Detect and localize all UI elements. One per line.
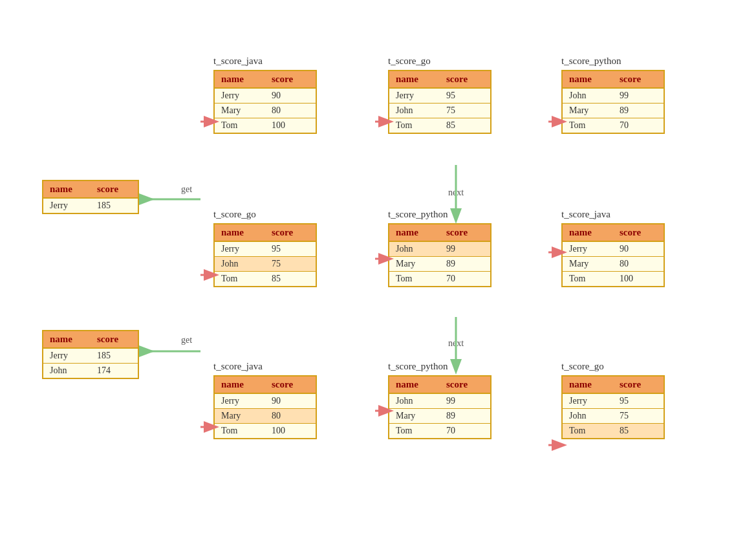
cell-score: 70: [440, 272, 490, 286]
cell-score: 100: [265, 424, 316, 438]
table-t1-java: namescoreJerry90Mary80Tom100: [213, 70, 317, 134]
cell-score: 75: [613, 409, 664, 423]
col-header-score: score: [265, 377, 316, 393]
col-header-name: name: [563, 224, 613, 241]
cell-name: Mary: [389, 257, 440, 271]
table-row: Mary89: [389, 257, 490, 272]
cell-score: 95: [440, 89, 490, 103]
table-row: Mary89: [563, 104, 664, 118]
table-row: Jerry95: [563, 394, 664, 409]
result-table-result2: namescoreJerry185John174: [42, 330, 139, 379]
cell-name: John: [389, 104, 440, 118]
cell-score: 75: [440, 104, 490, 118]
result-cell-score: 185: [91, 199, 138, 213]
cell-score: 90: [265, 394, 316, 408]
cell-name: John: [389, 394, 440, 408]
col-header-name: name: [43, 331, 91, 347]
cell-name: John: [389, 242, 440, 256]
cell-name: Tom: [215, 424, 265, 438]
result-row: Jerry185: [43, 199, 138, 213]
cell-name: Tom: [563, 424, 613, 438]
cell-name: Jerry: [215, 394, 265, 408]
cell-score: 100: [613, 272, 664, 286]
cell-name: Jerry: [563, 242, 613, 256]
col-header-score: score: [265, 224, 316, 241]
label-get: get: [181, 335, 192, 345]
cell-name: John: [563, 409, 613, 423]
cell-score: 85: [265, 272, 316, 286]
col-header-name: name: [215, 377, 265, 393]
cell-score: 85: [440, 118, 490, 133]
table-header: namescore: [389, 71, 490, 89]
cell-score: 90: [265, 89, 316, 103]
result-cell-name: Jerry: [43, 349, 91, 363]
label-get: get: [181, 184, 192, 195]
table-header: namescore: [215, 71, 316, 89]
table-t3-go: namescoreJerry95John75Tom85: [561, 375, 665, 439]
col-header-score: score: [265, 71, 316, 87]
table-row: Jerry90: [563, 242, 664, 257]
table-t2-python: namescoreJohn99Mary89Tom70: [388, 223, 491, 287]
cell-name: Jerry: [215, 89, 265, 103]
col-header-name: name: [43, 181, 91, 197]
cell-name: Mary: [563, 257, 613, 271]
cell-name: Tom: [215, 118, 265, 133]
cell-score: 100: [265, 118, 316, 133]
table-t2-go: namescoreJerry95John75Tom85: [213, 223, 317, 287]
result-cell-score: 174: [91, 364, 138, 378]
table-row: Mary80: [215, 409, 316, 424]
table-row: Tom70: [563, 118, 664, 133]
result-table-header: namescore: [43, 181, 138, 199]
cell-score: 85: [613, 424, 664, 438]
cell-name: Tom: [563, 272, 613, 286]
table-row: Tom85: [389, 118, 490, 133]
cell-score: 80: [613, 257, 664, 271]
col-header-score: score: [613, 377, 664, 393]
table-header: namescore: [563, 377, 664, 394]
table-title: t_score_python: [561, 56, 621, 67]
table-row: Tom85: [563, 424, 664, 438]
table-title: t_score_java: [561, 209, 610, 220]
cell-score: 70: [440, 424, 490, 438]
table-row: Tom70: [389, 424, 490, 438]
table-header: namescore: [215, 224, 316, 242]
table-header: namescore: [563, 71, 664, 89]
cell-name: John: [563, 89, 613, 103]
cell-score: 95: [613, 394, 664, 408]
col-header-name: name: [389, 71, 440, 87]
cell-score: 75: [265, 257, 316, 271]
table-title: t_score_python: [388, 361, 448, 372]
cell-score: 89: [440, 409, 490, 423]
col-header-score: score: [613, 71, 664, 87]
cell-score: 99: [440, 394, 490, 408]
cell-name: Jerry: [563, 394, 613, 408]
cell-name: Tom: [215, 272, 265, 286]
cell-name: Mary: [215, 104, 265, 118]
cell-name: Tom: [389, 424, 440, 438]
cell-score: 95: [265, 242, 316, 256]
cell-name: Jerry: [215, 242, 265, 256]
col-header-name: name: [389, 377, 440, 393]
cell-name: Jerry: [389, 89, 440, 103]
cell-name: John: [215, 257, 265, 271]
result-table-header: namescore: [43, 331, 138, 349]
cell-name: Mary: [215, 409, 265, 423]
cell-name: Mary: [389, 409, 440, 423]
col-header-name: name: [563, 71, 613, 87]
table-header: namescore: [563, 224, 664, 242]
result-cell-name: John: [43, 364, 91, 378]
table-title: t_score_go: [388, 56, 431, 67]
col-header-score: score: [440, 224, 490, 241]
table-t3-java: namescoreJerry90Mary80Tom100: [213, 375, 317, 439]
table-row: Mary80: [215, 104, 316, 118]
cell-score: 99: [613, 89, 664, 103]
table-title: t_score_java: [213, 361, 263, 372]
label-next: next: [448, 338, 464, 349]
col-header-score: score: [440, 71, 490, 87]
result-cell-name: Jerry: [43, 199, 91, 213]
table-row: Jerry90: [215, 394, 316, 409]
label-next: next: [448, 188, 464, 198]
table-row: Tom100: [215, 118, 316, 133]
table-row: Tom100: [215, 424, 316, 438]
table-header: namescore: [389, 224, 490, 242]
